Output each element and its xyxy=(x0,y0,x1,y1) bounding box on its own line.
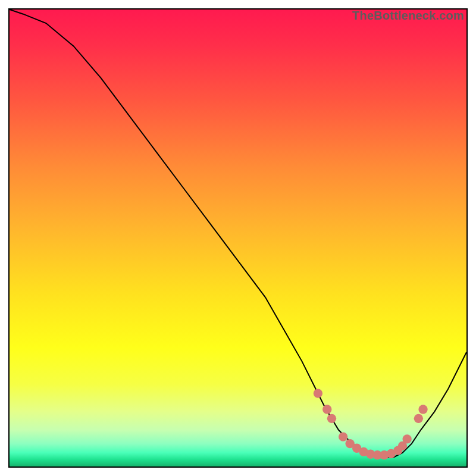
chart-frame: TheBottleneck.com xyxy=(8,8,468,468)
chart-inner: TheBottleneck.com xyxy=(10,10,466,466)
bottleneck-curve xyxy=(10,10,466,458)
data-marker xyxy=(314,389,322,397)
data-marker xyxy=(322,405,331,414)
data-marker xyxy=(327,414,336,423)
watermark-text: TheBottleneck.com xyxy=(352,9,464,23)
data-marker xyxy=(414,414,423,423)
bottleneck-chart-svg xyxy=(10,10,466,466)
data-marker xyxy=(402,434,411,443)
data-marker xyxy=(418,405,427,414)
data-marker xyxy=(339,432,347,441)
